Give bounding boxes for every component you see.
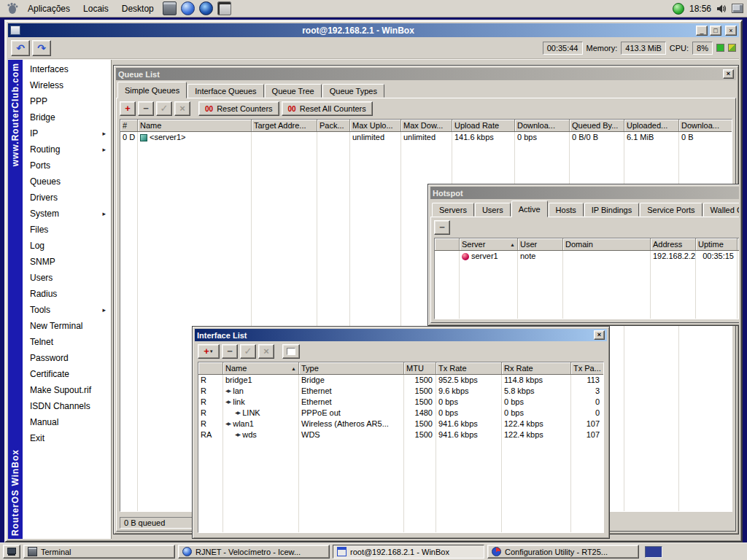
winbox-titlebar[interactable]: root@192.168.2.1 - WinBox _ □ ×	[8, 23, 739, 37]
sidebar-item-system[interactable]: System▸	[23, 206, 111, 222]
browser-launcher-icon[interactable]	[181, 1, 195, 15]
menu-places[interactable]: Locais	[77, 1, 115, 16]
enable-button[interactable]: ✓	[240, 344, 256, 359]
show-desktop-button[interactable]	[3, 545, 20, 559]
sidebar-item-drivers[interactable]: Drivers	[23, 190, 111, 206]
sidebar-item-tools[interactable]: Tools▸	[23, 302, 111, 318]
col-number[interactable]: #	[120, 120, 138, 131]
minimize-button[interactable]: _	[696, 26, 708, 36]
undo-button[interactable]: ↶	[11, 40, 30, 56]
add-button[interactable]: +	[120, 101, 136, 116]
sidebar-item-wireless[interactable]: Wireless	[23, 77, 111, 93]
interface-row[interactable]: R ◀▶lan Ethernet 1500 9.6 kbps 5.8 kbps …	[198, 386, 603, 397]
task-terminal[interactable]: Terminal	[23, 545, 175, 559]
col-domain[interactable]: Domain	[563, 238, 651, 250]
maximize-button[interactable]: □	[710, 26, 721, 36]
col-name[interactable]: Name▲	[223, 362, 299, 374]
reset-counters-button[interactable]: 00 Reset Counters	[198, 101, 279, 116]
interface-row[interactable]: R bridge1 Bridge 1500 952.5 kbps 114.8 k…	[198, 375, 603, 386]
queue-list-titlebar[interactable]: Queue List ×	[116, 68, 736, 80]
task-winbox[interactable]: root@192.168.2.1 - WinBox	[333, 545, 484, 559]
sidebar-item-ppp[interactable]: PPP	[23, 93, 111, 109]
sidebar-item-certificate[interactable]: Certificate	[23, 366, 111, 382]
disable-button[interactable]: ×	[174, 101, 190, 116]
volume-icon[interactable]	[716, 4, 727, 14]
close-icon[interactable]: ×	[723, 69, 734, 79]
update-notifier-icon[interactable]	[673, 3, 684, 15]
tab-queue-tree[interactable]: Queue Tree	[265, 84, 322, 98]
task-browser[interactable]: RJNET - Velocímetro - Icew...	[178, 545, 330, 559]
col-target-address[interactable]: Target Addre...	[252, 120, 317, 131]
col-max-upload[interactable]: Max Uplo...	[350, 120, 401, 131]
sidebar-item-snmp[interactable]: SNMP	[23, 254, 111, 270]
col-uploaded[interactable]: Uploaded...	[624, 120, 679, 131]
remove-button[interactable]: −	[138, 101, 154, 116]
tab-walled-garden[interactable]: Walled Garden	[703, 203, 739, 217]
menu-desktop[interactable]: Desktop	[116, 1, 160, 16]
col-download-rate[interactable]: Downloa...	[515, 120, 570, 131]
sidebar-item-radius[interactable]: Radius	[23, 286, 111, 302]
reset-all-counters-button[interactable]: 00 Reset All Counters	[282, 101, 373, 116]
interface-row[interactable]: R ◀▶LINK PPPoE out 1480 0 bps 0 bps 0	[198, 408, 603, 419]
sidebar-item-files[interactable]: Files	[23, 222, 111, 238]
close-icon[interactable]: ×	[594, 330, 605, 340]
enable-button[interactable]: ✓	[156, 101, 172, 116]
sidebar-item-routing[interactable]: Routing▸	[23, 141, 111, 158]
tab-users[interactable]: Users	[475, 203, 511, 217]
redo-button[interactable]: ↷	[32, 40, 51, 56]
interface-row[interactable]: R ◀▶link Ethernet 1500 0 bps 0 bps 0	[198, 397, 603, 408]
gnome-menu-icon[interactable]	[5, 1, 19, 15]
sidebar-item-password[interactable]: Password	[23, 350, 111, 366]
tab-queue-types[interactable]: Queue Types	[322, 84, 384, 98]
sidebar-item-ip[interactable]: IP▸	[23, 125, 111, 141]
tab-interface-queues[interactable]: Interface Queues	[187, 84, 263, 98]
remove-button[interactable]: −	[434, 220, 450, 235]
menu-applications[interactable]: Aplicações	[22, 1, 76, 16]
col-server[interactable]: Server▲	[460, 238, 518, 250]
tab-servers[interactable]: Servers	[432, 203, 474, 217]
task-config-utility[interactable]: Configuration Utility - RT25...	[487, 545, 639, 559]
col-tx-rate[interactable]: Tx Rate	[436, 362, 502, 374]
sidebar-item-telnet[interactable]: Telnet	[23, 334, 111, 350]
remove-button[interactable]: −	[222, 344, 238, 359]
col-uptime[interactable]: Uptime	[696, 238, 738, 250]
display-tray-icon[interactable]	[732, 4, 743, 13]
sidebar-item-isdn-channels[interactable]: ISDN Channels	[23, 398, 111, 414]
close-button[interactable]: ×	[725, 26, 737, 36]
terminal-launcher-icon[interactable]	[163, 1, 177, 15]
comment-button[interactable]	[282, 344, 300, 359]
col-tx-packets[interactable]: Tx Pa...	[571, 362, 603, 374]
col-max-download[interactable]: Max Dow...	[401, 120, 452, 131]
col-id[interactable]: Id	[738, 238, 739, 250]
col-upload-rate[interactable]: Upload Rate	[452, 120, 515, 131]
sidebar-item-ports[interactable]: Ports	[23, 158, 111, 174]
hotspot-titlebar[interactable]: Hotspot	[430, 187, 739, 199]
col-flags[interactable]	[198, 362, 223, 374]
col-packet-marks[interactable]: Pack...	[317, 120, 350, 131]
workspace-switcher[interactable]	[645, 546, 662, 558]
disable-button[interactable]: ×	[258, 344, 274, 359]
col-address[interactable]: Address	[651, 238, 696, 250]
hotspot-row[interactable]: server1 note 192.168.2.2 00:35:15	[435, 251, 739, 262]
tab-active[interactable]: Active	[511, 201, 548, 217]
sidebar-item-new-terminal[interactable]: New Terminal	[23, 318, 111, 334]
col-mtu[interactable]: MTU	[404, 362, 436, 374]
col-type[interactable]: Type	[299, 362, 404, 374]
tab-ip-bindings[interactable]: IP Bindings	[584, 203, 639, 217]
col-user[interactable]: User	[518, 238, 563, 250]
tab-hosts[interactable]: Hosts	[549, 203, 584, 217]
sidebar-item-manual[interactable]: Manual	[23, 414, 111, 430]
tab-service-ports[interactable]: Service Ports	[640, 203, 702, 217]
col-flags[interactable]	[435, 238, 460, 250]
sidebar-item-interfaces[interactable]: Interfaces	[23, 61, 111, 77]
sidebar-item-exit[interactable]: Exit	[23, 430, 111, 446]
sidebar-item-queues[interactable]: Queues	[23, 174, 111, 190]
interface-list-titlebar[interactable]: Interface List ×	[195, 329, 607, 341]
console-launcher-icon[interactable]	[217, 1, 231, 15]
tab-simple-queues[interactable]: Simple Queues	[117, 82, 187, 98]
col-queued-bytes[interactable]: Queued By...	[570, 120, 624, 131]
globe-launcher-icon[interactable]	[199, 1, 213, 15]
sidebar-item-bridge[interactable]: Bridge	[23, 109, 111, 125]
interface-row[interactable]: RA ◀▶wds WDS 1500 941.6 kbps 122.4 kbps …	[198, 429, 603, 440]
col-downloaded[interactable]: Downloa...	[679, 120, 732, 131]
